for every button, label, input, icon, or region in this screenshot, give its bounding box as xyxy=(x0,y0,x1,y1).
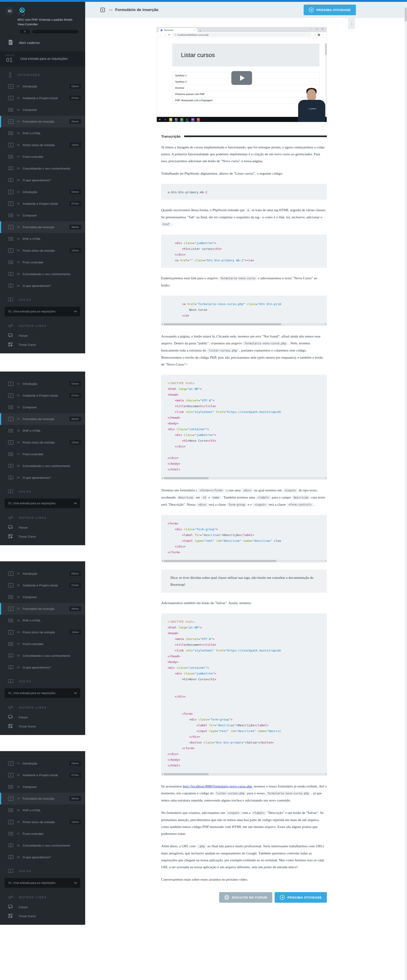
sidebar-item-05[interactable]: 05PHP e HTML xyxy=(0,615,85,627)
forum-label: Fórum xyxy=(19,334,28,337)
scrollbar-thumb[interactable] xyxy=(164,323,281,325)
activities-header-label: ATIVIDADES xyxy=(18,73,40,76)
sidebar-item-07[interactable]: 07Front controller xyxy=(0,638,85,650)
lesson-dropdown[interactable]: 01. Uma entrada para as requisições xyxy=(5,498,80,508)
sidebar-item-06[interactable]: 06Ponto único de entrada10min xyxy=(0,816,85,828)
sidebar-item-02[interactable]: 02Ambiente e Projeto inicial07min xyxy=(0,92,85,104)
sidebar-item-06[interactable]: 06Ponto único de entrada10min xyxy=(0,139,85,151)
sidebar-item-07[interactable]: 07Front controller xyxy=(0,256,85,268)
activity-list: 01Introdução03min02Ambiente e Projeto in… xyxy=(0,378,85,484)
item-number: 04 xyxy=(17,797,20,800)
task-view-icon: ▯ xyxy=(164,118,167,121)
next-activity-button-top[interactable]: PRÓXIMA ATIVIDADE xyxy=(304,5,356,15)
sidebar-item-07[interactable]: 07Front controller xyxy=(0,151,85,163)
sidebar-item-09[interactable]: 09O que aprendemos? xyxy=(0,851,85,863)
duration-badge: 10min xyxy=(70,440,81,445)
item-number: 08 xyxy=(17,273,20,275)
sidebar-link-forum[interactable]: Fórum xyxy=(0,523,85,532)
transcript-paragraph: Endereçaremos esse link para o arquivo f… xyxy=(161,275,327,289)
sidebar-item-09[interactable]: 09O que aprendemos? xyxy=(0,280,85,292)
item-label: Formulário de inserção xyxy=(22,417,70,421)
scrollbar-thumb[interactable] xyxy=(164,477,209,479)
transcript-link[interactable]: http://localhost:8080/formulario-novo-cu… xyxy=(183,784,252,788)
code-horizontal-scrollbar[interactable] xyxy=(161,773,327,776)
sidebar-item-08[interactable]: 08Consolidando o seu conhecimento xyxy=(0,163,85,174)
video-icon xyxy=(8,119,14,124)
sidebar-item-08[interactable]: 08Consolidando o seu conhecimento xyxy=(0,840,85,851)
video-player[interactable]: Document✕ + ‒ ▢ ✕ ← → ⟳ ⓘlocalhost:8080/… xyxy=(157,27,327,122)
code-block: <!DOCTYPE html> <html lang="pt-BR"> <hea… xyxy=(161,375,327,480)
sidebar-item-05[interactable]: 05PHP e HTML xyxy=(0,425,85,437)
lesson-dropdown[interactable]: 01. Uma entrada para as requisições xyxy=(5,307,80,316)
sidebar-link-forum[interactable]: Fórum xyxy=(0,903,85,912)
sidebar-item-04[interactable]: 04Formulário de inserção06min xyxy=(0,221,85,233)
sidebar-link-switch-course[interactable]: Trocar Curso xyxy=(0,722,85,731)
sidebar-item-01[interactable]: 01Introdução03min xyxy=(0,568,85,579)
code-horizontal-scrollbar[interactable] xyxy=(161,477,327,480)
sidebar-item-05[interactable]: 05PHP e HTML xyxy=(0,805,85,816)
sidebar-link-switch-course[interactable]: Trocar Curso xyxy=(0,532,85,541)
sidebar-item-07[interactable]: 07Front controller xyxy=(0,449,85,460)
transcript-paragraph: No formulário que criamos, adicionamos u… xyxy=(161,809,327,837)
scrollbar-thumb[interactable] xyxy=(164,773,209,775)
discuss-forum-button[interactable]: DISCUTIR NO FORUM xyxy=(219,892,272,903)
sidebar-item-02[interactable]: 02Ambiente e Projeto inicial07min xyxy=(0,390,85,401)
sidebar-item-03[interactable]: 03Composer xyxy=(0,781,85,793)
sidebar-item-05[interactable]: 05PHP e HTML xyxy=(0,127,85,139)
scrollbar-thumb[interactable] xyxy=(405,7,407,22)
item-label: Ambiente e Projeto inicial xyxy=(22,394,70,397)
sidebar-item-06[interactable]: 06Ponto único de entrada10min xyxy=(0,437,85,449)
sidebar-item-03[interactable]: 03Composer xyxy=(0,591,85,603)
sidebar-item-03[interactable]: 03Composer xyxy=(0,210,85,221)
sidebar-item-04[interactable]: 04Formulário de inserção06min xyxy=(0,413,85,425)
sidebar-item-01[interactable]: 01Introdução03min xyxy=(0,186,85,198)
sidebar-item-09[interactable]: 09O que aprendemos? xyxy=(0,472,85,484)
code-horizontal-scrollbar[interactable] xyxy=(161,323,327,326)
item-number: 02 xyxy=(17,202,20,205)
other-links-label: OUTROS LINKS xyxy=(19,325,47,328)
video-icon xyxy=(8,84,14,89)
exercise-list-icon xyxy=(8,260,14,264)
next-activity-button-bottom[interactable]: PRÓXIMA ATIVIDADE xyxy=(275,892,327,903)
sidebar-link-forum[interactable]: Fórum xyxy=(0,331,85,340)
sidebar-item-02[interactable]: 02Ambiente e Projeto inicial07min xyxy=(0,579,85,591)
sidebar-item-07[interactable]: 07Front controller xyxy=(0,828,85,840)
duration-badge: 03min xyxy=(70,761,81,765)
duration-badge: 07min xyxy=(70,96,81,100)
sidebar-link-switch-course[interactable]: Trocar Curso xyxy=(0,340,85,349)
transcript-section: Transcrição Já temos a listagem de curso… xyxy=(161,134,327,903)
sidebar-link-forum[interactable]: Fórum xyxy=(0,713,85,722)
sidebar-item-08[interactable]: 08Consolidando o seu conhecimento xyxy=(0,650,85,662)
sidebar-item-05[interactable]: 05PHP e HTML xyxy=(0,233,85,245)
open-notebook-button[interactable]: Abrir caderno xyxy=(0,33,85,51)
play-button[interactable] xyxy=(231,71,252,85)
sidebar-item-06[interactable]: 06Ponto único de entrada10min xyxy=(0,627,85,638)
sidebar-item-08[interactable]: 08Consolidando o seu conhecimento xyxy=(0,268,85,280)
sidebar-item-04[interactable]: 04Formulário de inserção06min xyxy=(0,793,85,805)
sidebar-item-06[interactable]: 06Ponto único de entrada10min xyxy=(0,245,85,256)
lesson-dropdown[interactable]: 01. Uma entrada para as requisições xyxy=(5,688,80,698)
sidebar-item-09[interactable]: 09O que aprendemos? xyxy=(0,174,85,186)
sidebar-item-01[interactable]: 01Introdução03min xyxy=(0,378,85,390)
other-links-label: OUTROS LINKS xyxy=(19,706,47,709)
inline-code-chip: <input> xyxy=(283,488,298,493)
code-horizontal-scrollbar[interactable] xyxy=(161,560,327,563)
lesson-dropdown[interactable]: 01. Uma entrada para as requisições xyxy=(5,878,80,888)
sidebar-item-09[interactable]: 09O que aprendemos? xyxy=(0,662,85,673)
sidebar-item-01[interactable]: 01Introdução03min xyxy=(0,757,85,769)
collapse-sidebar-button[interactable] xyxy=(6,7,14,15)
scrollbar-thumb[interactable] xyxy=(164,560,276,562)
sidebar-item-04[interactable]: 04Formulário de inserção06min xyxy=(0,603,85,615)
sidebar-item-08[interactable]: 08Consolidando o seu conhecimento xyxy=(0,460,85,472)
video-icon xyxy=(8,630,14,635)
video-icon xyxy=(8,583,14,587)
sidebar-link-switch-course[interactable]: Trocar Curso xyxy=(0,912,85,921)
open-book-icon xyxy=(8,869,19,874)
sidebar-item-02[interactable]: 02Ambiente e Projeto inicial07min xyxy=(0,198,85,210)
sidebar-item-02[interactable]: 02Ambiente e Projeto inicial07min xyxy=(0,769,85,781)
sidebar-item-03[interactable]: 03Composer xyxy=(0,104,85,116)
sidebar-item-03[interactable]: 03Composer xyxy=(0,401,85,413)
more-options-kebab[interactable] xyxy=(348,18,355,29)
sidebar-item-01[interactable]: 01Introdução03min xyxy=(0,81,85,92)
sidebar-item-04[interactable]: 04Formulário de inserção06min xyxy=(0,116,85,127)
